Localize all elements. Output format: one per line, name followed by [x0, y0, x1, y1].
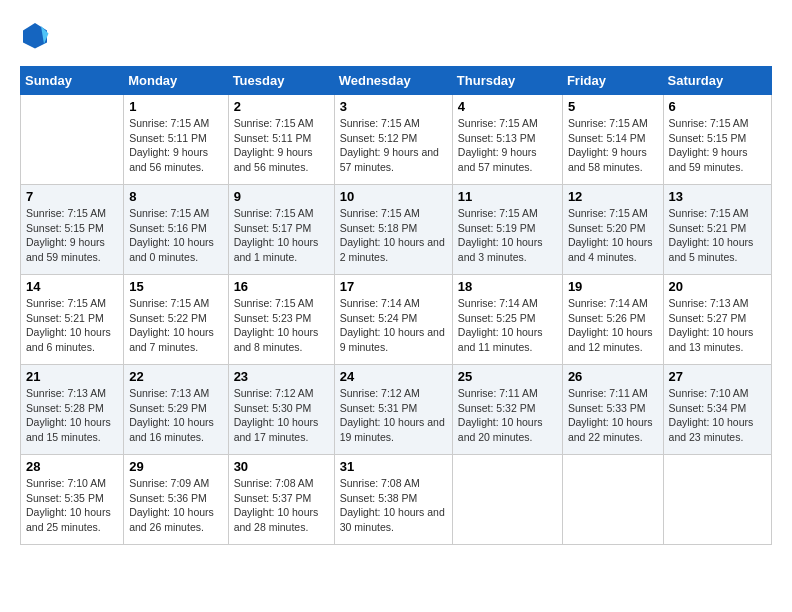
day-info: Sunrise: 7:15 AMSunset: 5:23 PMDaylight:…: [234, 296, 329, 355]
calendar-cell: 3Sunrise: 7:15 AMSunset: 5:12 PMDaylight…: [334, 95, 452, 185]
calendar-cell: 16Sunrise: 7:15 AMSunset: 5:23 PMDayligh…: [228, 275, 334, 365]
day-info: Sunrise: 7:12 AMSunset: 5:31 PMDaylight:…: [340, 386, 447, 445]
calendar-cell: 31Sunrise: 7:08 AMSunset: 5:38 PMDayligh…: [334, 455, 452, 545]
day-number: 17: [340, 279, 447, 294]
day-info: Sunrise: 7:11 AMSunset: 5:32 PMDaylight:…: [458, 386, 557, 445]
header-day-friday: Friday: [562, 67, 663, 95]
day-info: Sunrise: 7:15 AMSunset: 5:22 PMDaylight:…: [129, 296, 222, 355]
day-info: Sunrise: 7:13 AMSunset: 5:28 PMDaylight:…: [26, 386, 118, 445]
day-info: Sunrise: 7:15 AMSunset: 5:12 PMDaylight:…: [340, 116, 447, 175]
header: [20, 20, 772, 50]
day-number: 20: [669, 279, 766, 294]
logo: [20, 20, 54, 50]
calendar-cell: 25Sunrise: 7:11 AMSunset: 5:32 PMDayligh…: [452, 365, 562, 455]
calendar-cell: 8Sunrise: 7:15 AMSunset: 5:16 PMDaylight…: [124, 185, 228, 275]
day-number: 5: [568, 99, 658, 114]
day-info: Sunrise: 7:09 AMSunset: 5:36 PMDaylight:…: [129, 476, 222, 535]
day-number: 26: [568, 369, 658, 384]
calendar-table: SundayMondayTuesdayWednesdayThursdayFrid…: [20, 66, 772, 545]
header-day-wednesday: Wednesday: [334, 67, 452, 95]
day-info: Sunrise: 7:14 AMSunset: 5:26 PMDaylight:…: [568, 296, 658, 355]
calendar-cell: 24Sunrise: 7:12 AMSunset: 5:31 PMDayligh…: [334, 365, 452, 455]
day-info: Sunrise: 7:15 AMSunset: 5:16 PMDaylight:…: [129, 206, 222, 265]
day-number: 2: [234, 99, 329, 114]
calendar-cell: [21, 95, 124, 185]
day-number: 11: [458, 189, 557, 204]
day-info: Sunrise: 7:15 AMSunset: 5:14 PMDaylight:…: [568, 116, 658, 175]
calendar-cell: 5Sunrise: 7:15 AMSunset: 5:14 PMDaylight…: [562, 95, 663, 185]
day-info: Sunrise: 7:13 AMSunset: 5:29 PMDaylight:…: [129, 386, 222, 445]
calendar-week-3: 14Sunrise: 7:15 AMSunset: 5:21 PMDayligh…: [21, 275, 772, 365]
day-info: Sunrise: 7:15 AMSunset: 5:15 PMDaylight:…: [669, 116, 766, 175]
header-day-tuesday: Tuesday: [228, 67, 334, 95]
day-number: 27: [669, 369, 766, 384]
day-info: Sunrise: 7:15 AMSunset: 5:21 PMDaylight:…: [669, 206, 766, 265]
day-info: Sunrise: 7:13 AMSunset: 5:27 PMDaylight:…: [669, 296, 766, 355]
day-info: Sunrise: 7:12 AMSunset: 5:30 PMDaylight:…: [234, 386, 329, 445]
day-number: 13: [669, 189, 766, 204]
calendar-week-1: 1Sunrise: 7:15 AMSunset: 5:11 PMDaylight…: [21, 95, 772, 185]
calendar-cell: 23Sunrise: 7:12 AMSunset: 5:30 PMDayligh…: [228, 365, 334, 455]
day-number: 24: [340, 369, 447, 384]
day-info: Sunrise: 7:11 AMSunset: 5:33 PMDaylight:…: [568, 386, 658, 445]
calendar-cell: 18Sunrise: 7:14 AMSunset: 5:25 PMDayligh…: [452, 275, 562, 365]
calendar-cell: 9Sunrise: 7:15 AMSunset: 5:17 PMDaylight…: [228, 185, 334, 275]
day-number: 18: [458, 279, 557, 294]
calendar-cell: 13Sunrise: 7:15 AMSunset: 5:21 PMDayligh…: [663, 185, 771, 275]
calendar-cell: 15Sunrise: 7:15 AMSunset: 5:22 PMDayligh…: [124, 275, 228, 365]
day-number: 14: [26, 279, 118, 294]
calendar-cell: 14Sunrise: 7:15 AMSunset: 5:21 PMDayligh…: [21, 275, 124, 365]
day-number: 10: [340, 189, 447, 204]
header-day-saturday: Saturday: [663, 67, 771, 95]
header-day-thursday: Thursday: [452, 67, 562, 95]
calendar-cell: 4Sunrise: 7:15 AMSunset: 5:13 PMDaylight…: [452, 95, 562, 185]
calendar-header-row: SundayMondayTuesdayWednesdayThursdayFrid…: [21, 67, 772, 95]
calendar-cell: 19Sunrise: 7:14 AMSunset: 5:26 PMDayligh…: [562, 275, 663, 365]
day-number: 23: [234, 369, 329, 384]
calendar-week-5: 28Sunrise: 7:10 AMSunset: 5:35 PMDayligh…: [21, 455, 772, 545]
calendar-cell: 2Sunrise: 7:15 AMSunset: 5:11 PMDaylight…: [228, 95, 334, 185]
day-info: Sunrise: 7:15 AMSunset: 5:21 PMDaylight:…: [26, 296, 118, 355]
calendar-cell: 27Sunrise: 7:10 AMSunset: 5:34 PMDayligh…: [663, 365, 771, 455]
calendar-cell: 6Sunrise: 7:15 AMSunset: 5:15 PMDaylight…: [663, 95, 771, 185]
calendar-cell: 10Sunrise: 7:15 AMSunset: 5:18 PMDayligh…: [334, 185, 452, 275]
day-info: Sunrise: 7:14 AMSunset: 5:24 PMDaylight:…: [340, 296, 447, 355]
day-number: 15: [129, 279, 222, 294]
calendar-cell: 28Sunrise: 7:10 AMSunset: 5:35 PMDayligh…: [21, 455, 124, 545]
calendar-cell: 26Sunrise: 7:11 AMSunset: 5:33 PMDayligh…: [562, 365, 663, 455]
day-number: 28: [26, 459, 118, 474]
day-info: Sunrise: 7:15 AMSunset: 5:11 PMDaylight:…: [234, 116, 329, 175]
calendar-cell: 29Sunrise: 7:09 AMSunset: 5:36 PMDayligh…: [124, 455, 228, 545]
day-info: Sunrise: 7:15 AMSunset: 5:19 PMDaylight:…: [458, 206, 557, 265]
day-number: 16: [234, 279, 329, 294]
day-info: Sunrise: 7:14 AMSunset: 5:25 PMDaylight:…: [458, 296, 557, 355]
calendar-cell: [562, 455, 663, 545]
day-number: 25: [458, 369, 557, 384]
day-info: Sunrise: 7:10 AMSunset: 5:34 PMDaylight:…: [669, 386, 766, 445]
day-number: 22: [129, 369, 222, 384]
calendar-week-2: 7Sunrise: 7:15 AMSunset: 5:15 PMDaylight…: [21, 185, 772, 275]
calendar-cell: 21Sunrise: 7:13 AMSunset: 5:28 PMDayligh…: [21, 365, 124, 455]
day-info: Sunrise: 7:10 AMSunset: 5:35 PMDaylight:…: [26, 476, 118, 535]
day-info: Sunrise: 7:15 AMSunset: 5:11 PMDaylight:…: [129, 116, 222, 175]
day-number: 9: [234, 189, 329, 204]
calendar-cell: 30Sunrise: 7:08 AMSunset: 5:37 PMDayligh…: [228, 455, 334, 545]
day-info: Sunrise: 7:08 AMSunset: 5:38 PMDaylight:…: [340, 476, 447, 535]
calendar-cell: 12Sunrise: 7:15 AMSunset: 5:20 PMDayligh…: [562, 185, 663, 275]
day-info: Sunrise: 7:15 AMSunset: 5:20 PMDaylight:…: [568, 206, 658, 265]
day-number: 12: [568, 189, 658, 204]
day-number: 4: [458, 99, 557, 114]
calendar-cell: 20Sunrise: 7:13 AMSunset: 5:27 PMDayligh…: [663, 275, 771, 365]
day-info: Sunrise: 7:08 AMSunset: 5:37 PMDaylight:…: [234, 476, 329, 535]
calendar-cell: 11Sunrise: 7:15 AMSunset: 5:19 PMDayligh…: [452, 185, 562, 275]
day-number: 30: [234, 459, 329, 474]
day-number: 19: [568, 279, 658, 294]
day-info: Sunrise: 7:15 AMSunset: 5:15 PMDaylight:…: [26, 206, 118, 265]
day-info: Sunrise: 7:15 AMSunset: 5:13 PMDaylight:…: [458, 116, 557, 175]
day-number: 7: [26, 189, 118, 204]
calendar-cell: [452, 455, 562, 545]
day-number: 8: [129, 189, 222, 204]
calendar-cell: 17Sunrise: 7:14 AMSunset: 5:24 PMDayligh…: [334, 275, 452, 365]
logo-icon: [20, 20, 50, 50]
day-number: 29: [129, 459, 222, 474]
